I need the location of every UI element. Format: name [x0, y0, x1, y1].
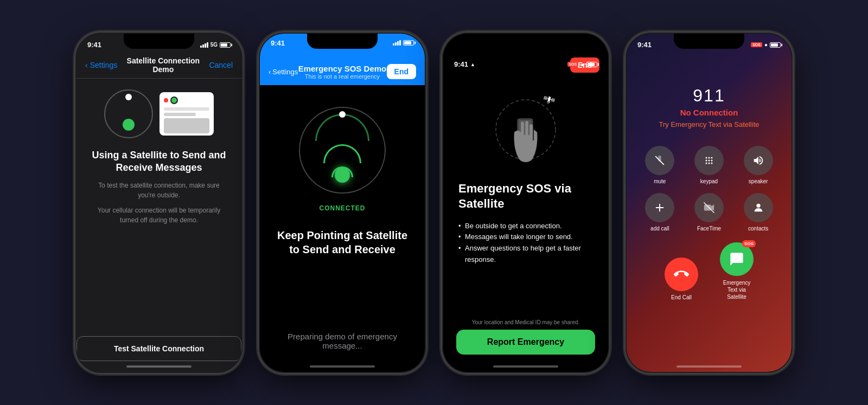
signal-icon-3: ● — [580, 61, 584, 68]
bar4-2 — [399, 40, 401, 46]
phone-4: 9:41 SOS ● 911 No Connection Try Emergen… — [625, 32, 793, 374]
battery-icon-2 — [403, 40, 414, 46]
end-call-button[interactable] — [665, 258, 698, 291]
signal-ring-container — [299, 107, 386, 194]
status-time-1: 9:41 — [87, 41, 101, 49]
sos-button-group: SOS Emergency Text via Satellite — [720, 242, 754, 300]
phone1-screen: 9:41 5G — [76, 34, 241, 372]
status-right-3: SOS ● — [567, 61, 597, 68]
sos-button[interactable]: SOS — [720, 242, 754, 276]
satellite-animation: CONNECTED — [260, 85, 425, 223]
phone2-header-sub: This is not a real emergency — [298, 73, 386, 80]
svg-text:🛰: 🛰 — [542, 92, 557, 106]
back-label-1: Settings — [90, 61, 118, 69]
svg-point-7 — [711, 157, 712, 158]
signal-dot-white — [339, 111, 346, 118]
notch-3 — [490, 34, 561, 49]
home-indicator-3 — [493, 365, 558, 368]
mockup-line2 — [164, 113, 196, 116]
phone3-bullet-3: Answer questions to help get a faster re… — [458, 243, 593, 266]
bar1-2 — [393, 43, 394, 46]
back-button-1[interactable]: ‹ Settings — [85, 61, 117, 69]
phone4-bottom-row: End Call SOS Emergency Text via Satellit… — [627, 237, 792, 309]
speaker-label: speaker — [749, 178, 768, 184]
status-icons-1: 5G — [200, 42, 231, 48]
back-button-2[interactable]: ‹ Settings — [269, 68, 298, 76]
phone2-preparing-text: Preparing demo of emergency message... — [260, 321, 425, 361]
mockup-top — [164, 97, 209, 104]
keypad-icon — [704, 155, 714, 166]
mute-button[interactable]: mute — [640, 146, 680, 184]
mute-icon — [654, 155, 666, 166]
phone1-mockup — [159, 92, 214, 136]
contacts-button[interactable]: contacts — [738, 193, 778, 232]
report-emergency-button[interactable]: Report Emergency — [456, 330, 595, 355]
connected-label: CONNECTED — [319, 204, 365, 212]
chevron-left-icon-2: ‹ — [269, 68, 271, 76]
home-indicator-2 — [310, 365, 375, 368]
phone1-desc1: To test the satellite connection, make s… — [90, 181, 228, 200]
test-satellite-button[interactable]: Test Satellite Connection — [76, 336, 241, 361]
battery-icon-1 — [220, 42, 231, 48]
phone3-screen: 9:41 ▲ SOS ● End — [443, 34, 608, 372]
add-call-button[interactable]: add call — [640, 193, 680, 232]
status-time-4: 9:41 — [637, 41, 652, 49]
svg-point-13 — [711, 162, 712, 164]
svg-point-5 — [705, 157, 707, 158]
phone3-location-note: Your location and Medical ID may be shar… — [443, 319, 608, 325]
end-call-group: End Call — [665, 258, 698, 300]
phone3-main-title: Emergency SOS via Satellite — [458, 181, 593, 212]
notch-1 — [124, 34, 194, 49]
facetime-label: FaceTime — [697, 226, 721, 232]
satellite-dial — [104, 89, 153, 138]
phone1-nav: ‹ Settings Satellite Connection Demo Can… — [76, 53, 241, 79]
cancel-button-1[interactable]: Cancel — [209, 61, 233, 69]
phone-1: 9:41 5G — [75, 32, 243, 374]
contacts-icon — [752, 202, 764, 214]
back-label-2: Settings — [272, 68, 298, 76]
end-call-icon — [674, 267, 689, 282]
phone4-content: 911 No Connection Try Emergency Text via… — [627, 53, 792, 361]
phone3-illustration: 🛰 — [443, 73, 608, 176]
dial-dot — [125, 94, 132, 100]
battery-fill-4 — [771, 43, 778, 47]
add-call-icon — [654, 202, 666, 214]
message-icon — [729, 252, 744, 267]
battery-fill-2 — [404, 41, 411, 44]
phone4-no-connection: No Connection — [627, 106, 792, 119]
facetime-button[interactable]: FaceTime — [689, 193, 730, 232]
end-button-2[interactable]: End — [387, 64, 416, 79]
facetime-circle — [694, 193, 724, 222]
notch-4 — [674, 34, 744, 49]
phone1-illustration — [76, 79, 241, 144]
bar4 — [207, 42, 208, 48]
phone4-satellite-text: Try Emergency Text via Satellite — [627, 119, 792, 130]
bar3 — [205, 43, 206, 48]
phone2-screen: 9:41 — [260, 34, 425, 372]
phone3-bullet-1: Be outside to get a connection. — [458, 221, 593, 232]
location-arrow-icon: ▲ — [470, 62, 475, 67]
contacts-circle — [744, 193, 773, 222]
phone-3: 9:41 ▲ SOS ● End — [442, 32, 610, 374]
status-time-2: 9:41 — [271, 39, 285, 47]
speaker-button[interactable]: speaker — [738, 146, 778, 184]
keypad-button[interactable]: keypad — [689, 146, 730, 184]
dial-green-dot — [123, 119, 135, 131]
battery-icon-3 — [586, 62, 597, 67]
phone3-bullet-2: Messages will take longer to send. — [458, 232, 593, 243]
phone-hand-svg: 🛰 — [490, 89, 561, 170]
svg-rect-16 — [704, 204, 711, 210]
status-left-3: 9:41 ▲ — [454, 60, 475, 68]
status-right-4: SOS ● — [751, 42, 781, 48]
mute-label: mute — [654, 178, 666, 184]
facetime-icon — [703, 202, 715, 214]
phone-2: 9:41 — [258, 32, 426, 374]
signal-bars-1 — [200, 42, 208, 48]
sos-corner-icon: SOS — [751, 42, 762, 47]
nav-title-1: Satellite Connection Demo — [117, 56, 209, 74]
battery-fill-1 — [221, 43, 227, 47]
svg-point-12 — [708, 162, 710, 164]
svg-point-11 — [705, 162, 707, 164]
svg-point-10 — [711, 159, 712, 161]
mockup-line1 — [164, 107, 209, 111]
